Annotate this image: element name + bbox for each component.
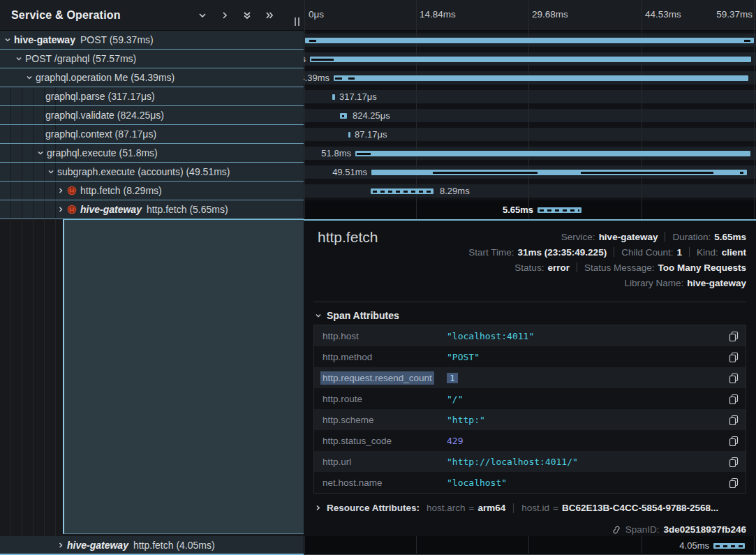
timeline-row: 49.51ms [304,163,756,182]
timeline-row: 8.29ms [304,182,756,200]
status-value: error [547,262,570,273]
resource-attributes-row[interactable]: Resource Attributes: host.arch = arm64 h… [315,503,746,513]
span-name: POST /graphql (57.57ms) [25,53,136,64]
span-bar[interactable] [371,188,433,194]
span-bar[interactable] [334,75,748,81]
copy-button[interactable] [722,478,746,488]
copy-button[interactable] [722,436,746,446]
tree-row[interactable]: graphql.operation Me (54.39ms) [0,68,304,87]
resource-value: arm64 [477,503,505,513]
span-duration-label: 51.8ms [321,148,351,158]
attribute-key: http.host [314,331,447,341]
error-icon [67,186,77,195]
ruler-tick: 0μs [309,9,324,20]
span-bar[interactable] [340,113,347,119]
tree-header: Service & Operation [0,0,304,31]
copy-button[interactable] [722,352,746,362]
tree-row[interactable]: hive-gateway POST (59.37ms) [0,31,304,50]
span-bar[interactable] [310,57,751,62]
attribute-key: http.method [314,352,447,362]
span-id-label: SpanID: [625,524,660,535]
equals-sign: = [553,503,558,513]
span-bar[interactable] [355,151,750,156]
span-bar[interactable] [371,170,747,175]
span-bar[interactable] [713,543,745,549]
attribute-row: http.route "/" [314,388,746,409]
service-name: hive-gateway [14,34,75,45]
chevron-down-icon[interactable] [4,36,11,43]
span-name: graphql.context (87.17μs) [45,128,156,140]
chevron-right-icon[interactable] [220,10,230,20]
span-overview: Service: hive-gateway Duration: 5.65ms S… [468,229,746,290]
start-time-label: Start Time: [468,247,514,258]
span-bar[interactable] [332,94,335,100]
copy-icon [729,331,739,341]
attribute-key: http.scheme [314,415,447,425]
span-name: http.fetch (4.05ms) [133,540,215,551]
chevron-down-icon[interactable] [198,10,207,20]
span-bar[interactable] [305,38,754,43]
span-duration-label: 87.17μs [355,129,387,140]
chevron-down-icon[interactable] [47,168,54,175]
tree-row[interactable]: http.fetch (8.29ms) [0,182,304,200]
double-chevron-right-icon[interactable] [265,10,274,20]
attribute-value: "localhost:4011" [447,331,722,341]
timeline-row: 87.17μs [304,125,756,144]
span-bar[interactable] [348,132,350,138]
ruler-tick: 29.68ms [532,9,568,20]
service-label: Service: [561,232,595,242]
tree-row-selected[interactable]: hive-gateway http.fetch (5.65ms) [0,200,304,219]
divider [313,302,746,302]
chevron-down-icon[interactable] [15,55,22,62]
timeline-ruler: 0μs 14.84ms 29.68ms 44.53ms 59.37ms [304,0,756,31]
link-icon[interactable] [612,525,621,535]
attribute-row: http.scheme "http:" [314,409,746,430]
tree-row[interactable]: graphql.execute (51.8ms) [0,144,304,163]
attribute-value: "localhost" [447,478,722,488]
copy-button[interactable] [722,394,746,404]
attribute-key: http.url [314,457,447,467]
copy-button[interactable] [722,457,746,467]
span-name: http.fetch (8.29ms) [80,185,162,196]
span-tree-panel: Service & Operation hive-gateway POST (5… [0,0,304,555]
resource-key: host.arch [427,503,466,513]
attribute-row: http.host "localhost:4011" [314,325,746,346]
chevron-down-icon [315,312,322,319]
ruler-tick: 59.37ms [716,9,753,20]
copy-button[interactable] [722,415,746,425]
double-chevron-down-icon[interactable] [242,10,252,20]
status-message-value: Too Many Requests [658,262,746,273]
span-duration-label: 824.25μs [353,110,390,121]
split-drag-handle[interactable] [295,17,299,26]
span-bar[interactable] [538,207,581,213]
ruler-tick: 14.84ms [420,9,456,20]
selected-span-highlight [63,219,304,534]
timeline-row: 57.57ms [304,50,756,68]
span-duration-label: 57.57ms [304,54,306,64]
chevron-right-icon [315,504,321,512]
chevron-right-icon[interactable] [57,542,64,549]
copy-button[interactable] [722,373,746,383]
tree-row[interactable]: POST /graphql (57.57ms) [0,50,304,68]
tree-row[interactable]: hive-gateway http.fetch (4.05ms) [0,536,304,555]
timeline-panel: 0μs 14.84ms 29.68ms 44.53ms 59.37ms 57.5… [304,0,756,555]
tree-row[interactable]: graphql.context (87.17μs) [0,125,304,144]
span-attributes-header[interactable]: Span Attributes [315,310,399,321]
status-label: Status: [514,262,544,273]
chevron-down-icon[interactable] [26,74,33,81]
span-detail-panel: http.fetch Service: hive-gateway Duratio… [304,219,756,536]
copy-button[interactable] [722,331,746,341]
kind-label: Kind: [697,247,718,258]
span-name: graphql.parse (317.17μs) [45,91,155,102]
copy-icon [729,352,739,362]
tree-row[interactable]: graphql.parse (317.17μs) [0,87,304,106]
duration-value: 5.65ms [714,232,746,242]
chevron-right-icon[interactable] [57,206,64,213]
span-id-value: 3de02518937fb246 [663,524,746,535]
attribute-key: http.request.resend_count [314,373,447,383]
chevron-down-icon[interactable] [37,149,44,156]
resource-value: BC62E13B-C4CC-5854-9788-2568... [562,503,718,513]
chevron-right-icon[interactable] [57,187,64,194]
tree-row[interactable]: graphql.validate (824.25μs) [0,106,304,125]
tree-row[interactable]: subgraph.execute (accounts) (49.51ms) [0,163,304,182]
